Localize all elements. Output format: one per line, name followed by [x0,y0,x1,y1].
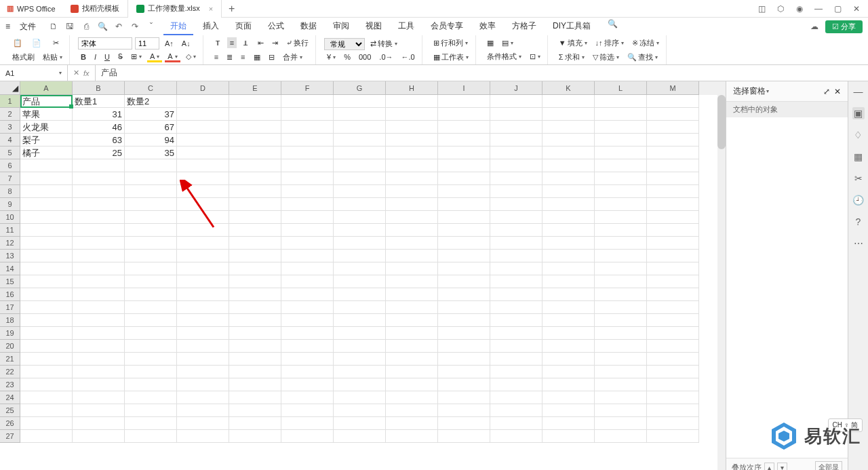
cell[interactable]: 梨子 [20,134,73,146]
cell[interactable] [281,262,334,275]
cell[interactable] [438,301,490,314]
cell[interactable] [647,288,699,301]
cell[interactable] [177,417,229,430]
cell[interactable] [20,275,73,288]
cell[interactable] [542,417,595,430]
cell[interactable] [125,211,177,224]
row-header[interactable]: 22 [0,366,20,378]
select-all-corner[interactable]: ◢ [0,81,20,95]
cell[interactable] [490,417,542,430]
cell[interactable] [386,95,438,108]
comma-icon[interactable]: 000 [356,52,374,62]
convert-button[interactable]: ⇄ 转换▾ [368,37,400,50]
col-header-D[interactable]: D [177,81,229,95]
cell[interactable] [595,250,647,262]
cell[interactable] [386,262,438,275]
cell[interactable] [647,301,699,314]
cell[interactable] [334,327,386,340]
cell[interactable] [490,430,542,443]
cell[interactable] [386,353,438,366]
row-header[interactable]: 1 [0,95,20,108]
col-header-K[interactable]: K [542,81,595,95]
cell[interactable] [490,366,542,378]
cell[interactable] [229,198,281,211]
cell[interactable] [542,108,595,121]
cell[interactable] [20,262,73,275]
cell[interactable] [334,198,386,211]
rows-cols-button[interactable]: ⊞ 行和列▾ [431,37,471,50]
cell[interactable] [386,250,438,262]
cell[interactable] [334,391,386,404]
cell[interactable] [177,391,229,404]
undo-icon[interactable]: ↶ [113,21,124,32]
tab-tools[interactable]: 工具 [391,18,421,35]
tab-page[interactable]: 页面 [229,18,258,35]
cell[interactable] [647,134,699,146]
row-header[interactable]: 20 [0,340,20,353]
cell[interactable] [334,353,386,366]
cell[interactable] [73,159,125,172]
copy-button[interactable]: 📋 [9,36,26,50]
cell[interactable] [647,237,699,250]
cell[interactable] [229,172,281,185]
cell[interactable] [20,211,73,224]
cell[interactable] [73,185,125,198]
cell[interactable] [73,327,125,340]
merge-button[interactable]: 合并▾ [280,51,305,64]
cell[interactable] [542,224,595,237]
tab-insert[interactable]: 插入 [196,18,226,35]
align-top-icon[interactable]: ⫪ [212,37,224,48]
cell[interactable] [490,146,542,159]
wrap-button[interactable]: ⤶ 换行 [283,37,311,50]
cell[interactable] [20,198,73,211]
cell[interactable] [490,198,542,211]
row-header[interactable]: 13 [0,250,20,262]
file-menu[interactable]: 文件 [14,20,41,34]
pane-close-icon[interactable]: ✕ [834,87,841,96]
cell[interactable] [542,366,595,378]
cell[interactable] [334,430,386,443]
cell[interactable] [595,185,647,198]
align-left-icon[interactable]: ≡ [212,52,221,62]
paste-label[interactable]: 粘贴▾ [40,51,65,64]
cell[interactable] [490,353,542,366]
cell[interactable] [647,121,699,134]
cell[interactable] [647,340,699,353]
cell[interactable] [20,314,73,327]
cell[interactable] [334,250,386,262]
cell[interactable] [542,237,595,250]
row-header[interactable]: 19 [0,327,20,340]
cell[interactable] [229,262,281,275]
cell[interactable] [281,430,334,443]
cell[interactable] [490,391,542,404]
cell[interactable] [125,391,177,404]
cell[interactable] [595,430,647,443]
cell[interactable] [125,262,177,275]
cell[interactable] [647,108,699,121]
cell[interactable] [595,262,647,275]
close-window-icon[interactable]: ✕ [852,4,861,14]
cell[interactable] [281,250,334,262]
cell[interactable] [647,262,699,275]
cancel-formula-icon[interactable]: ✕ [73,68,79,77]
currency-icon[interactable]: ¥▾ [324,52,338,62]
cell[interactable] [20,250,73,262]
cell[interactable] [386,172,438,185]
cell[interactable] [125,430,177,443]
cell[interactable] [334,237,386,250]
cell[interactable] [177,340,229,353]
app-icon-1[interactable]: ◫ [757,4,766,14]
tab-workbook[interactable]: 工作簿数量.xlsx × [128,0,222,18]
cell[interactable] [490,340,542,353]
outdent-icon[interactable]: ⇤ [255,37,267,49]
filter-button[interactable]: ▽ 筛选▾ [590,51,622,64]
cell[interactable] [20,366,73,378]
name-box[interactable]: A1▾ [0,65,68,81]
cell[interactable] [386,121,438,134]
justify-icon[interactable]: ▦ [251,52,263,63]
cell[interactable] [281,146,334,159]
cell[interactable] [281,391,334,404]
cell[interactable] [125,250,177,262]
cell[interactable] [177,237,229,250]
cell[interactable] [490,185,542,198]
